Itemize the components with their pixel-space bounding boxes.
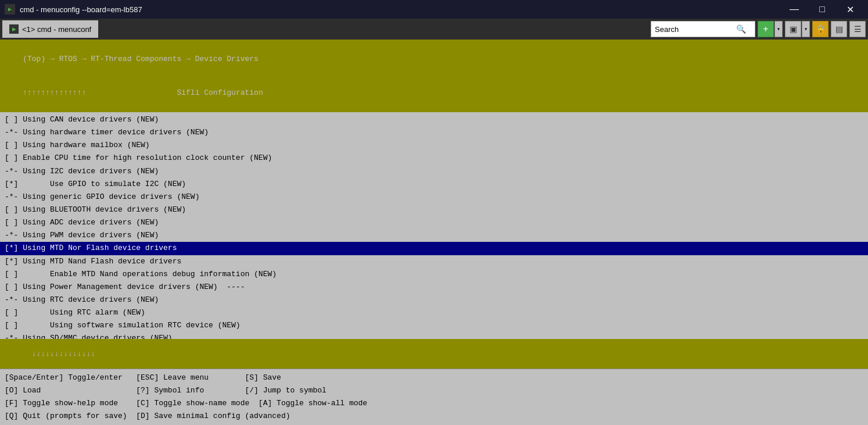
config-line-17[interactable]: -*- Using SD/MMC device drivers (NEW): [0, 332, 868, 338]
footer-line-3: [F] Toggle show-help mode [C] Toggle sho…: [5, 397, 863, 410]
close-button[interactable]: ✕: [837, 0, 863, 19]
config-line-7[interactable]: [ ] Using BLUETOOTH device drivers (NEW): [0, 203, 868, 216]
config-line-5[interactable]: [*] Use GPIO to simulate I2C (NEW): [0, 178, 868, 191]
search-box[interactable]: 🔍: [651, 21, 755, 37]
maximize-button[interactable]: □: [809, 0, 835, 19]
config-line-0[interactable]: [ ] Using CAN device drivers (NEW): [0, 113, 868, 126]
app-icon: ▶: [5, 4, 15, 15]
footer-line-2: [O] Load [?] Symbol info [/] Jump to sym…: [5, 384, 863, 397]
tab-label: <1> cmd - menuconf: [22, 25, 91, 34]
config-line-4[interactable]: -*- Using I2C device drivers (NEW): [0, 165, 868, 178]
config-area: [ ] Using CAN device drivers (NEW)-*- Us…: [0, 112, 868, 369]
footer: [Space/Enter] Toggle/enter [ESC] Leave m…: [0, 369, 868, 425]
window-controls: — □ ✕: [781, 0, 863, 19]
split-dropdown-arrow[interactable]: ▾: [802, 21, 810, 37]
tab-icon: ▶: [9, 24, 19, 34]
window-title: cmd - menuconfig --board=em-lb587: [20, 5, 142, 14]
config-line-15[interactable]: [ ] Using RTC alarm (NEW): [0, 306, 868, 319]
minimize-button[interactable]: —: [781, 0, 808, 19]
footer-line-4: [Q] Quit (prompts for save) [D] Save min…: [5, 410, 863, 423]
config-line-9[interactable]: -*- Using PWM device drivers (NEW): [0, 229, 868, 242]
scroll-up-indicator: ↑↑↑↑↑↑↑↑↑↑↑↑↑↑ Sifli Configuration: [23, 88, 263, 97]
config-line-14[interactable]: -*- Using RTC device drivers (NEW): [0, 294, 868, 306]
config-line-3[interactable]: [ ] Enable CPU time for high resolution …: [0, 152, 868, 165]
add-dropdown-arrow[interactable]: ▾: [774, 21, 783, 37]
config-line-10[interactable]: [*] Using MTD Nor Flash device drivers: [0, 242, 868, 255]
title-bar: ▶ cmd - menuconfig --board=em-lb587 — □ …: [0, 0, 868, 19]
config-line-2[interactable]: [ ] Using hardware mailbox (NEW): [0, 139, 868, 152]
footer-line-1: [Space/Enter] Toggle/enter [ESC] Leave m…: [5, 372, 863, 384]
config-line-8[interactable]: [ ] Using ADC device drivers (NEW): [0, 216, 868, 229]
breadcrumb: (Top) → RTOS → RT-Thread Components → De…: [23, 55, 259, 63]
config-line-12[interactable]: [ ] Enable MTD Nand operations debug inf…: [0, 268, 868, 281]
tab-1[interactable]: ▶ <1> cmd - menuconf: [2, 20, 98, 38]
search-input[interactable]: [655, 25, 736, 34]
config-line-11[interactable]: [*] Using MTD Nand Flash device drivers: [0, 255, 868, 268]
panel-button-2[interactable]: ☰: [849, 21, 866, 37]
add-button[interactable]: +: [758, 21, 774, 37]
tab-bar: ▶ <1> cmd - menuconf 🔍 + ▾ ▣ ▾ 🔒 ▤ ☰: [0, 19, 868, 40]
lock-button[interactable]: 🔒: [812, 21, 828, 37]
tab-bar-right: 🔍 + ▾ ▣ ▾ 🔒 ▤ ☰: [651, 21, 866, 37]
config-lines: [ ] Using CAN device drivers (NEW)-*- Us…: [0, 112, 868, 339]
config-line-13[interactable]: [ ] Using Power Management device driver…: [0, 281, 868, 294]
title-bar-left: ▶ cmd - menuconfig --board=em-lb587: [5, 4, 142, 15]
config-line-16[interactable]: [ ] Using software simulation RTC device…: [0, 319, 868, 332]
panel-button-1[interactable]: ▤: [831, 21, 847, 37]
tab-bar-left: ▶ <1> cmd - menuconf: [2, 20, 98, 38]
config-line-6[interactable]: -*- Using generic GPIO device drivers (N…: [0, 191, 868, 203]
breadcrumb-bar: (Top) → RTOS → RT-Thread Components → De…: [0, 40, 868, 112]
scroll-down-indicator: ↓↓↓↓↓↓↓↓↓↓↓↓↓↓: [0, 339, 868, 369]
config-line-1[interactable]: -*- Using hardware timer device drivers …: [0, 126, 868, 139]
main-content: (Top) → RTOS → RT-Thread Components → De…: [0, 40, 868, 425]
search-icon-button[interactable]: 🔍: [736, 24, 746, 34]
split-button[interactable]: ▣: [785, 21, 801, 37]
